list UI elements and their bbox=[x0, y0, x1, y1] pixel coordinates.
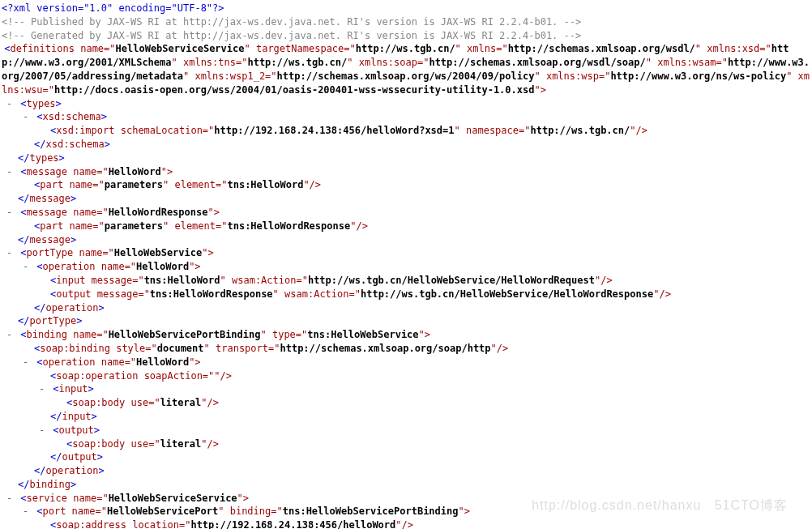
toggle-icon[interactable]: - bbox=[6, 328, 15, 342]
part-1: <part name="parameters" element="tns:Hel… bbox=[2, 178, 810, 192]
toggle-icon[interactable]: - bbox=[39, 424, 47, 437]
soap-address: <soap:address location="http://192.168.2… bbox=[2, 518, 810, 529]
message-helloword-open[interactable]: - <message name="HelloWord"> bbox=[2, 165, 810, 179]
xsd-schema-close: </xsd:schema> bbox=[2, 138, 810, 151]
toggle-icon[interactable]: - bbox=[6, 206, 15, 220]
toggle-icon[interactable]: - bbox=[6, 97, 15, 111]
comment-generated: <!-- Generated by JAX-WS RI at http://ja… bbox=[2, 29, 810, 43]
binding-output-close: </output> bbox=[2, 450, 810, 464]
definitions-open[interactable]: - <definitions name="HelloWebServiceServ… bbox=[2, 42, 810, 96]
xsd-schema-open[interactable]: - <xsd:schema> bbox=[2, 110, 810, 124]
xsd-import: <xsd:import schemaLocation="http://192.1… bbox=[2, 124, 810, 138]
binding-operation-close: </operation> bbox=[2, 464, 810, 478]
porttype-open[interactable]: - <portType name="HelloWebService"> bbox=[2, 246, 810, 260]
comment-published: <!-- Published by JAX-WS RI at http://ja… bbox=[2, 15, 810, 29]
message-close-2: </message> bbox=[2, 233, 810, 247]
soap-body-1: <soap:body use="literal"/> bbox=[2, 396, 810, 410]
soap-body-2: <soap:body use="literal"/> bbox=[2, 437, 810, 451]
types-open[interactable]: - <types> bbox=[2, 97, 810, 111]
input-1: <input message="tns:HelloWord" wsam:Acti… bbox=[2, 274, 810, 288]
toggle-icon[interactable]: - bbox=[23, 505, 31, 518]
part-2: <part name="parameters" element="tns:Hel… bbox=[2, 220, 810, 233]
porttype-close: </portType> bbox=[2, 314, 810, 328]
message-hellowordresponse-open[interactable]: - <message name="HelloWordResponse"> bbox=[2, 206, 810, 220]
toggle-icon[interactable]: - bbox=[23, 110, 31, 124]
toggle-icon[interactable]: - bbox=[6, 165, 15, 179]
binding-output-open[interactable]: - <output> bbox=[2, 424, 810, 437]
soap-binding: <soap:binding style="document" transport… bbox=[2, 342, 810, 356]
binding-open[interactable]: - <binding name="HelloWebServicePortBind… bbox=[2, 328, 810, 342]
toggle-icon[interactable]: - bbox=[23, 356, 31, 369]
operation-close: </operation> bbox=[2, 301, 810, 315]
toggle-icon[interactable]: - bbox=[39, 382, 47, 396]
binding-operation-open[interactable]: - <operation name="HelloWord"> bbox=[2, 356, 810, 369]
binding-input-open[interactable]: - <input> bbox=[2, 382, 810, 396]
toggle-icon[interactable]: - bbox=[6, 492, 15, 506]
watermark: http://blog.csdn.net/hanxu 51CTO博客 bbox=[532, 497, 788, 514]
xml-declaration: <?xml version="1.0" encoding="UTF-8"?> bbox=[2, 2, 810, 15]
types-close: </types> bbox=[2, 151, 810, 165]
operation-open[interactable]: - <operation name="HelloWord"> bbox=[2, 260, 810, 274]
binding-input-close: </input> bbox=[2, 410, 810, 424]
toggle-icon[interactable]: - bbox=[6, 246, 15, 260]
output-1: <output message="tns:HelloWordResponse" … bbox=[2, 288, 810, 301]
toggle-icon[interactable]: - bbox=[23, 260, 31, 274]
soap-operation: <soap:operation soapAction=""/> bbox=[2, 369, 810, 383]
message-close: </message> bbox=[2, 192, 810, 206]
binding-close: </binding> bbox=[2, 478, 810, 492]
